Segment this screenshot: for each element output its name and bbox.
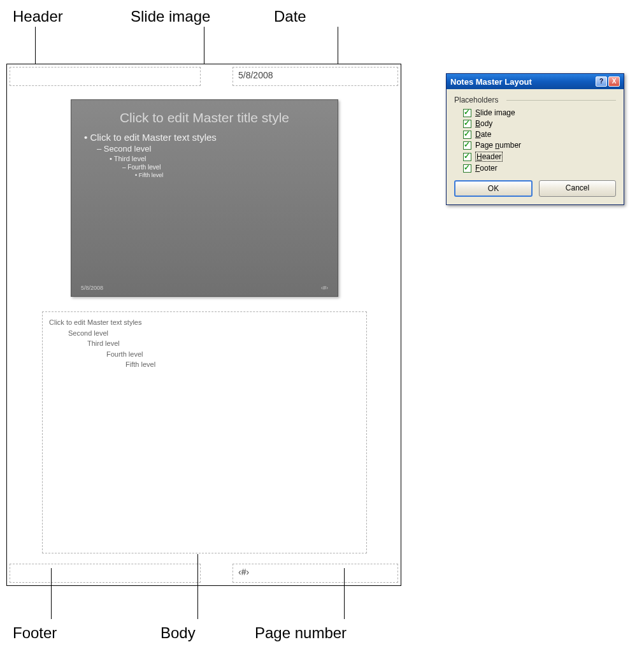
slide-footer-num: ‹#› xyxy=(321,285,328,291)
ok-button[interactable]: OK xyxy=(454,180,533,197)
header-placeholder[interactable] xyxy=(10,67,201,86)
body-level-3: Third level xyxy=(87,338,360,349)
help-icon[interactable]: ? xyxy=(596,76,607,87)
slide-bullet-5: • Fifth level xyxy=(135,172,325,178)
checkbox-body[interactable] xyxy=(463,120,471,128)
checkbox-page-number[interactable] xyxy=(463,141,471,150)
slide-bullet-3: • Third level xyxy=(110,155,325,162)
callout-date-label: Date xyxy=(274,8,306,25)
slide-footer-date: 5/8/2008 xyxy=(81,285,103,291)
checkbox-label-date[interactable]: Date xyxy=(475,130,491,139)
checkbox-label-body[interactable]: Body xyxy=(475,119,492,128)
checkbox-label-footer[interactable]: Footer xyxy=(475,164,497,173)
dialog-body: Placeholders Slide image Body Date Page … xyxy=(447,89,624,204)
callout-header-label: Header xyxy=(13,8,63,25)
checkbox-label-header[interactable]: Header xyxy=(475,152,503,162)
page-number-placeholder[interactable]: ‹#› xyxy=(233,564,398,583)
checkbox-row-slide-image[interactable]: Slide image xyxy=(463,108,616,117)
checkbox-date[interactable] xyxy=(463,131,471,139)
checkbox-row-footer[interactable]: Footer xyxy=(463,164,616,173)
callout-footer-label: Footer xyxy=(13,624,57,642)
callout-body-label: Body xyxy=(161,624,196,642)
checkbox-row-header[interactable]: Header xyxy=(463,152,616,162)
callout-slide-image-label: Slide image xyxy=(131,8,210,25)
body-level-5: Fifth level xyxy=(125,359,360,370)
callout-line xyxy=(344,568,345,619)
body-level-4: Fourth level xyxy=(106,349,360,360)
checkbox-row-date[interactable]: Date xyxy=(463,130,616,139)
body-level-1: Click to edit Master text styles xyxy=(49,317,360,328)
cancel-button[interactable]: Cancel xyxy=(539,180,616,197)
placeholders-group-label: Placeholders xyxy=(454,96,616,104)
checkbox-row-page-number[interactable]: Page number xyxy=(463,141,616,150)
slide-bullet-1: • Click to edit Master text styles xyxy=(84,132,325,143)
dialog-titlebar[interactable]: Notes Master Layout ? X xyxy=(447,74,624,89)
callout-pagenum-label: Page number xyxy=(255,624,347,642)
close-icon[interactable]: X xyxy=(608,76,620,87)
checkbox-header[interactable] xyxy=(463,153,471,161)
slide-bullet-4: – Fourth level xyxy=(122,164,325,171)
slide-image-placeholder[interactable]: Click to edit Master title style • Click… xyxy=(71,99,338,297)
callout-line xyxy=(51,568,52,619)
checkbox-footer[interactable] xyxy=(463,164,471,173)
checkbox-slide-image[interactable] xyxy=(463,109,471,117)
checkbox-row-body[interactable]: Body xyxy=(463,119,616,128)
footer-placeholder[interactable] xyxy=(10,564,201,583)
body-level-2: Second level xyxy=(68,328,360,339)
checkbox-label-slide-image[interactable]: Slide image xyxy=(475,108,515,117)
body-placeholder[interactable]: Click to edit Master text styles Second … xyxy=(42,311,367,553)
slide-title: Click to edit Master title style xyxy=(84,110,325,125)
notes-master-layout-dialog: Notes Master Layout ? X Placeholders Sli… xyxy=(446,73,624,205)
date-placeholder[interactable]: 5/8/2008 xyxy=(233,67,398,86)
dialog-title: Notes Master Layout xyxy=(450,77,594,87)
checkbox-label-page-number[interactable]: Page number xyxy=(475,141,521,150)
notes-master-page: 5/8/2008 Click to edit Master title styl… xyxy=(6,64,401,586)
slide-bullet-2: – Second level xyxy=(97,144,325,153)
callout-line xyxy=(197,554,198,619)
